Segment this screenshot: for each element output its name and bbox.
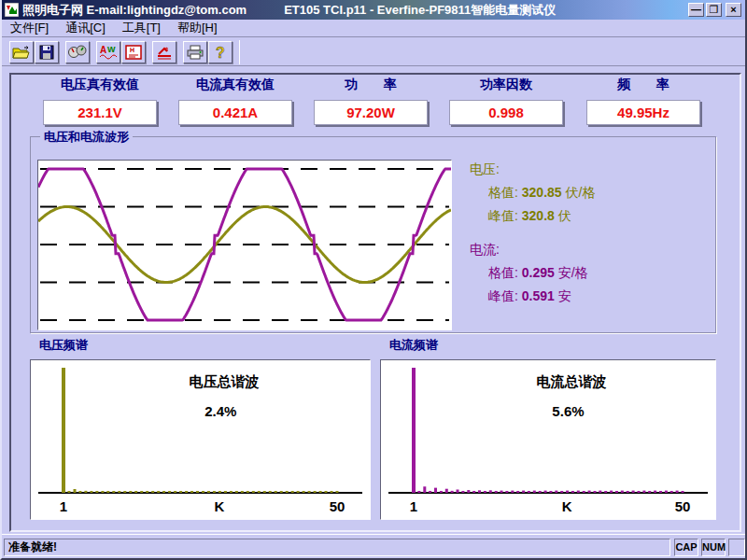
- minimize-button[interactable]: —: [688, 3, 704, 17]
- harmonics-icon: H: [125, 45, 142, 60]
- current-peak-line: 峰值: 0.591 安: [470, 285, 708, 308]
- measurement-label: 电压真有效值: [43, 77, 157, 97]
- app-icon: [5, 3, 19, 17]
- open-file-icon: [12, 45, 31, 60]
- close-button[interactable]: ×: [726, 3, 741, 17]
- measurement-frequency: 频 率 49.95Hz: [586, 77, 700, 125]
- voltage-rms-value: 231.1V: [43, 100, 157, 125]
- maximize-button[interactable]: ❐: [706, 3, 722, 17]
- toolbar-separator: [239, 40, 240, 64]
- measurement-label: 频 率: [586, 77, 700, 97]
- frequency-value: 49.95Hz: [586, 100, 700, 125]
- save-button[interactable]: [35, 41, 59, 63]
- current-spectrum-label: 电流频谱: [389, 337, 438, 354]
- voltage-per-division: 320.85: [522, 185, 562, 200]
- current-info-header: 电流:: [470, 238, 708, 261]
- measurement-label: 功率因数: [449, 77, 563, 97]
- measurement-voltage: 电压真有效值 231.1V: [43, 77, 157, 125]
- measurement-current: 电流真有效值 0.421A: [178, 77, 292, 125]
- caps-lock-indicator: CAP: [674, 539, 698, 556]
- menu-file[interactable]: 文件[F]: [2, 19, 57, 37]
- voltage-spectrum-label: 电压频谱: [39, 337, 88, 354]
- measure-icon: [156, 45, 173, 60]
- groupbox-title: 电压和电流波形: [40, 129, 133, 146]
- svg-text:50: 50: [675, 498, 691, 514]
- svg-text:1: 1: [410, 498, 417, 514]
- title-left-text: 照明电子网 E-mail:lightingdz@tom.com: [22, 2, 247, 19]
- current-spectrum-plot: 1K50 电流总谐波 5.6%: [380, 359, 716, 520]
- svg-text:K: K: [215, 498, 225, 514]
- waveform-svg: [38, 161, 451, 329]
- svg-text:W: W: [107, 45, 116, 54]
- help-button[interactable]: ?: [208, 41, 233, 63]
- current-peak-value: 0.591: [522, 288, 555, 303]
- save-icon: [39, 45, 54, 60]
- menu-help[interactable]: 帮助[H]: [169, 19, 226, 37]
- current-grid-line: 格值: 0.295 安/格: [470, 261, 708, 285]
- menu-tools[interactable]: 工具[T]: [114, 19, 169, 37]
- svg-text:1: 1: [60, 498, 67, 514]
- meters-button[interactable]: [65, 41, 90, 63]
- status-bar: 准备就绪! CAP NUM: [2, 534, 745, 558]
- svg-text:?: ?: [216, 45, 225, 61]
- harmonics-view-button[interactable]: H: [121, 41, 146, 63]
- help-icon: ?: [214, 44, 227, 61]
- voltage-peak-line: 峰值: 320.8 伏: [470, 204, 708, 228]
- svg-text:K: K: [562, 498, 572, 514]
- waveform-info-panel: 电压: 格值: 320.85 伏/格 峰值: 320.8 伏 电流: 格值: 0…: [470, 158, 708, 308]
- current-rms-value: 0.421A: [178, 100, 292, 125]
- meters-icon: [68, 45, 87, 60]
- measurement-power: 功 率 97.20W: [314, 77, 428, 125]
- page-title: ET105 TCI.p11 - Everfine-PF9811智能电量测试仪: [284, 2, 688, 19]
- title-bar: 照明电子网 E-mail:lightingdz@tom.com ET105 TC…: [2, 0, 745, 20]
- measurement-label: 电流真有效值: [178, 77, 292, 97]
- svg-text:H: H: [130, 47, 134, 53]
- menu-bar: 文件[F] 通讯[C] 工具[T] 帮助[H]: [2, 20, 745, 37]
- app-window: 照明电子网 E-mail:lightingdz@tom.com ET105 TC…: [0, 0, 747, 560]
- num-lock-indicator: NUM: [701, 539, 726, 556]
- voltage-spectrum-plot: 1K50 电压总谐波 2.4%: [30, 359, 371, 520]
- status-message: 准备就绪!: [4, 539, 670, 556]
- print-icon: [187, 45, 204, 60]
- voltage-grid-line: 格值: 320.85 伏/格: [470, 181, 708, 204]
- measure-button[interactable]: [152, 41, 176, 63]
- measurement-label: 功 率: [314, 77, 428, 97]
- current-per-division: 0.295: [522, 265, 555, 280]
- svg-text:50: 50: [330, 498, 345, 514]
- status-empty-panel: [728, 539, 745, 556]
- waveform-view-button[interactable]: A W: [96, 41, 120, 63]
- voltage-info-header: 电压:: [470, 158, 708, 181]
- voltage-thd-label: 电压总谐波: [189, 373, 259, 391]
- open-file-button[interactable]: [9, 41, 34, 63]
- power-value: 97.20W: [314, 100, 428, 125]
- svg-text:A: A: [100, 45, 106, 55]
- menu-comm[interactable]: 通讯[C]: [57, 19, 114, 37]
- waveform-groupbox: 电压和电流波形 电压: 格值: 320.85 伏/格 峰值: 320.8 伏 电…: [30, 136, 716, 333]
- voltage-thd-value: 2.4%: [204, 403, 236, 419]
- power-factor-value: 0.998: [449, 100, 563, 125]
- print-button[interactable]: [183, 41, 207, 63]
- current-thd-value: 5.6%: [552, 403, 584, 419]
- voltage-peak-value: 320.8: [522, 208, 555, 223]
- waveform-plot: [37, 160, 452, 330]
- current-thd-label: 电流总谐波: [537, 373, 607, 391]
- waveform-icon: A W: [99, 44, 118, 61]
- toolbar: A W H: [2, 38, 745, 66]
- window-controls: — ❐ ×: [688, 3, 741, 17]
- measurement-power-factor: 功率因数 0.998: [449, 77, 563, 125]
